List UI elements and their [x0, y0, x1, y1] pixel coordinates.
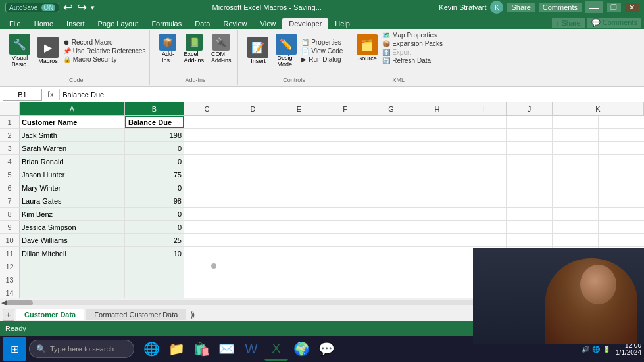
data-cell[interactable]: 0 — [125, 221, 184, 233]
data-cell[interactable] — [230, 247, 276, 260]
tray-icon-2[interactable]: 🌐 — [592, 346, 600, 353]
data-cell[interactable] — [414, 155, 460, 168]
row-number[interactable]: 10 — [0, 234, 20, 246]
tab-review[interactable]: Review — [216, 18, 253, 29]
data-cell[interactable] — [460, 155, 507, 168]
col-header-j[interactable]: J — [507, 102, 553, 115]
data-cell[interactable] — [184, 273, 230, 286]
data-cell[interactable] — [276, 168, 322, 181]
expansion-packs-button[interactable]: 📦 Expansion Packs — [382, 40, 443, 47]
row-number[interactable]: 5 — [0, 168, 20, 181]
data-cell[interactable] — [125, 286, 184, 298]
data-cell[interactable] — [322, 221, 368, 233]
tab-view[interactable]: View — [254, 18, 283, 29]
taskbar-app-excel[interactable]: X — [264, 337, 288, 361]
data-cell[interactable] — [184, 208, 230, 220]
design-mode-button[interactable]: ✏️ DesignMode — [273, 32, 299, 70]
row-number[interactable]: 1 — [0, 116, 20, 128]
add-ins-button[interactable]: 📦 Add-Ins — [157, 32, 179, 66]
record-macro-button[interactable]: ⏺ Record Macro — [63, 39, 145, 46]
com-add-ins-button[interactable]: 🔌 COMAdd-ins — [209, 32, 234, 66]
sheet-tab-formatted[interactable]: Formatted Customer Data — [86, 309, 186, 320]
clock[interactable]: 12:00 1/1/2024 — [616, 342, 641, 356]
share-ribbon-button[interactable]: ↑ Share — [552, 18, 585, 28]
tab-help[interactable]: Help — [328, 18, 357, 29]
row-number[interactable]: 6 — [0, 181, 20, 194]
data-cell[interactable] — [414, 286, 460, 298]
tab-data[interactable]: Data — [188, 18, 216, 29]
header-cell[interactable] — [230, 116, 276, 128]
data-cell[interactable] — [322, 155, 368, 168]
tab-page-layout[interactable]: Page Layout — [91, 18, 145, 29]
data-cell[interactable]: Laura Gates — [20, 194, 125, 207]
data-cell[interactable] — [230, 155, 276, 168]
data-cell[interactable] — [184, 234, 230, 246]
taskbar-app-store[interactable]: 🛍️ — [189, 337, 213, 361]
row-number[interactable]: 3 — [0, 142, 20, 154]
data-cell[interactable] — [184, 142, 230, 154]
data-cell[interactable] — [184, 155, 230, 168]
data-cell[interactable] — [414, 234, 460, 246]
data-cell[interactable] — [414, 142, 460, 154]
data-cell[interactable] — [368, 221, 414, 233]
col-header-a[interactable]: A — [20, 102, 125, 115]
row-number[interactable]: 8 — [0, 208, 20, 220]
taskbar-app-edge[interactable]: 🌐 — [139, 337, 163, 361]
data-cell[interactable]: Dave Williams — [20, 234, 125, 246]
data-cell[interactable] — [553, 208, 599, 220]
row-number[interactable]: 7 — [0, 194, 20, 207]
data-cell[interactable] — [276, 273, 322, 286]
header-cell[interactable] — [368, 116, 414, 128]
row-number[interactable]: 9 — [0, 221, 20, 233]
data-cell[interactable] — [276, 181, 322, 194]
data-cell[interactable]: 198 — [125, 129, 184, 141]
data-cell[interactable] — [322, 181, 368, 194]
col-header-f[interactable]: F — [322, 102, 368, 115]
data-cell[interactable] — [276, 286, 322, 298]
run-dialog-button[interactable]: ▶ Run Dialog — [301, 56, 343, 63]
data-cell[interactable]: Brian Ronald — [20, 155, 125, 168]
data-cell[interactable]: 0 — [125, 155, 184, 168]
data-cell[interactable] — [414, 208, 460, 220]
data-cell[interactable] — [20, 273, 125, 286]
undo-icon[interactable]: ↩ — [63, 0, 73, 14]
data-cell[interactable] — [184, 260, 230, 273]
restore-button[interactable]: ❐ — [607, 3, 621, 12]
cell-reference-box[interactable] — [3, 89, 42, 101]
data-cell[interactable] — [460, 234, 507, 246]
data-cell[interactable] — [230, 168, 276, 181]
data-cell[interactable] — [553, 129, 599, 141]
data-cell[interactable] — [368, 129, 414, 141]
data-cell[interactable] — [414, 129, 460, 141]
data-cell[interactable] — [230, 234, 276, 246]
properties-button[interactable]: 📋 Properties — [301, 39, 343, 46]
data-cell[interactable] — [414, 194, 460, 207]
row-number[interactable]: 2 — [0, 129, 20, 141]
header-cell[interactable] — [322, 116, 368, 128]
data-cell[interactable] — [553, 234, 599, 246]
tray-icon-1[interactable]: 🔊 — [582, 346, 589, 353]
data-cell[interactable] — [184, 129, 230, 141]
header-cell[interactable] — [460, 116, 507, 128]
minimize-button[interactable]: — — [585, 1, 603, 13]
data-cell[interactable]: 0 — [125, 142, 184, 154]
data-cell[interactable] — [230, 221, 276, 233]
data-cell[interactable] — [322, 234, 368, 246]
row-number[interactable]: 11 — [0, 247, 20, 260]
data-cell[interactable] — [368, 234, 414, 246]
data-cell[interactable] — [507, 181, 553, 194]
data-cell[interactable] — [276, 234, 322, 246]
data-cell[interactable] — [553, 181, 599, 194]
add-sheet-button[interactable]: + — [3, 309, 14, 321]
taskbar-search[interactable]: 🔍 Type here to search — [29, 340, 134, 358]
data-cell[interactable] — [184, 168, 230, 181]
data-cell[interactable]: Jason Hunter — [20, 168, 125, 181]
data-cell[interactable] — [230, 181, 276, 194]
view-code-button[interactable]: 📄 View Code — [301, 47, 343, 55]
data-cell[interactable] — [230, 286, 276, 298]
data-cell[interactable] — [553, 155, 599, 168]
data-cell[interactable] — [276, 208, 322, 220]
col-header-g[interactable]: G — [368, 102, 414, 115]
row-number[interactable]: 13 — [0, 273, 20, 286]
data-cell[interactable] — [368, 168, 414, 181]
